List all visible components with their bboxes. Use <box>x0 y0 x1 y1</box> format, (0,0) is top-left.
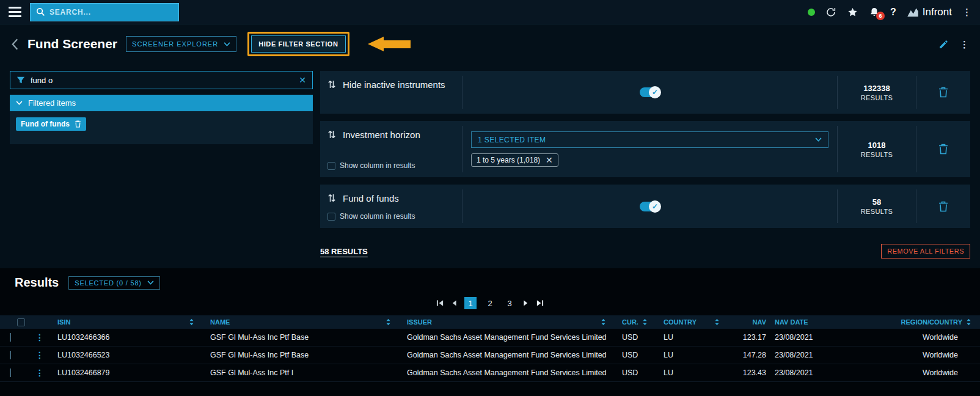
header-overflow-menu-icon[interactable]: ⋮ <box>960 40 969 49</box>
chevron-down-icon <box>815 138 822 142</box>
column-label: ISIN <box>57 318 70 326</box>
sort-icon[interactable] <box>327 193 336 203</box>
table-row[interactable]: ⋮ LU1032466366 GSF Gl Mul-Ass Inc Ptf Ba… <box>0 329 980 346</box>
hamburger-menu-icon[interactable] <box>9 7 21 17</box>
last-page-icon[interactable] <box>536 299 544 307</box>
delete-filter-button[interactable] <box>916 71 970 114</box>
global-search[interactable] <box>30 3 179 21</box>
table-row[interactable]: ⋮ LU1032466523 GSF Gl Mul-Ass Inc Ptf Ba… <box>0 346 980 364</box>
favorites-star-icon[interactable] <box>847 7 858 18</box>
column-label: CUR. <box>622 318 638 326</box>
trash-icon <box>938 201 948 212</box>
table-row[interactable]: ⋮ LU1032466879 GSF Gl Mul-Ass Inc Ptf I … <box>0 364 980 382</box>
screener-explorer-dropdown[interactable]: SCREENER EXPLORER <box>126 36 236 52</box>
column-label: ISSUER <box>407 318 432 326</box>
filter-search-input[interactable] <box>31 76 293 85</box>
cell-nav-date: 23/08/2021 <box>766 333 843 342</box>
hide-filter-section-button[interactable]: HIDE FILTER SECTION <box>251 35 345 53</box>
app-root: 6 ? Infront ⋮ Fund Screener SCREENER EXP… <box>0 0 980 396</box>
sort-icon[interactable] <box>714 318 720 326</box>
sort-icon[interactable] <box>327 130 336 139</box>
column-nav[interactable]: NAV <box>728 318 766 326</box>
trash-icon <box>938 87 948 98</box>
column-cur[interactable]: CUR. <box>615 318 656 326</box>
sort-icon[interactable] <box>642 318 648 326</box>
delete-filter-button[interactable] <box>916 185 970 228</box>
column-isin[interactable]: ISIN <box>50 318 203 326</box>
filter-search[interactable]: ✕ <box>10 71 313 89</box>
column-region-country[interactable]: REGION/COUNTRY <box>843 318 980 326</box>
column-label: NAV DATE <box>775 318 808 326</box>
filter-name: Hide inactive instruments <box>343 79 445 90</box>
clear-search-icon[interactable]: ✕ <box>299 76 306 84</box>
sort-icon[interactable] <box>966 318 971 326</box>
row-checkbox[interactable] <box>10 351 11 359</box>
cell-cur: USD <box>615 333 656 342</box>
remove-chip-icon[interactable]: ✕ <box>546 156 553 164</box>
cell-nav-date: 23/08/2021 <box>766 351 843 359</box>
results-section: Results SELECTED (0 / 58) 1 2 3 <box>0 268 980 396</box>
filter-results-count: 132338 RESULTS <box>838 71 916 114</box>
edit-pencil-icon[interactable] <box>938 39 949 50</box>
help-icon[interactable]: ? <box>890 7 896 18</box>
cell-country: LU <box>656 369 728 377</box>
show-column-checkbox[interactable]: Show column in results <box>327 204 455 221</box>
filtered-items-header[interactable]: Filtered items <box>10 95 313 111</box>
cell-issuer: Goldman Sachs Asset Management Fund Serv… <box>400 351 615 359</box>
next-page-icon[interactable] <box>523 299 528 307</box>
row-checkbox[interactable] <box>10 333 11 342</box>
investment-horizon-dropdown[interactable]: 1 SELECTED ITEM <box>471 131 828 148</box>
cell-issuer: Goldman Sachs Asset Management Fund Serv… <box>400 333 615 342</box>
cell-name: GSF Gl Mul-Ass Inc Ptf Base <box>203 333 400 342</box>
checkbox[interactable] <box>327 213 335 221</box>
sort-icon[interactable] <box>601 318 606 326</box>
hide-inactive-toggle[interactable]: ✓ <box>640 87 660 97</box>
cell-region: Worldwide <box>843 369 980 377</box>
selected-dropdown[interactable]: SELECTED (0 / 58) <box>68 276 160 290</box>
select-all-checkbox[interactable] <box>17 318 25 326</box>
results-label: RESULTS <box>861 94 893 101</box>
results-count: 132338 <box>863 84 890 93</box>
show-column-checkbox[interactable]: Show column in results <box>327 153 455 170</box>
brand-name: Infront <box>923 6 952 18</box>
back-chevron-icon[interactable] <box>11 38 19 51</box>
trash-icon[interactable] <box>75 120 81 128</box>
column-label: NAME <box>210 318 230 326</box>
notifications-bell-icon[interactable]: 6 <box>869 7 880 18</box>
remove-all-filters-button[interactable]: REMOVE ALL FILTERS <box>881 244 970 258</box>
header-actions: ⋮ <box>938 39 969 50</box>
page-button-3[interactable]: 3 <box>503 297 516 309</box>
filtered-items-list: Fund of funds <box>10 111 313 144</box>
row-checkbox[interactable] <box>10 369 11 377</box>
dropdown-value: 1 SELECTED ITEM <box>478 136 546 144</box>
sort-icon[interactable] <box>327 79 336 89</box>
refresh-icon[interactable] <box>825 7 836 18</box>
column-issuer[interactable]: ISSUER <box>400 318 615 326</box>
page-button-1[interactable]: 1 <box>464 297 477 309</box>
selected-value-chip[interactable]: 1 to 5 years (1,018) ✕ <box>471 153 558 167</box>
column-name[interactable]: NAME <box>203 318 400 326</box>
filter-results-count: 58 RESULTS <box>838 185 916 228</box>
global-search-input[interactable] <box>49 8 173 16</box>
sort-icon[interactable] <box>386 318 391 326</box>
cell-cur: USD <box>615 351 656 359</box>
cell-country: LU <box>656 351 728 359</box>
topbar-overflow-menu-icon[interactable]: ⋮ <box>962 7 971 16</box>
first-page-icon[interactable] <box>436 299 444 307</box>
filter-chip-fund-of-funds[interactable]: Fund of funds <box>16 117 86 131</box>
row-menu-icon[interactable]: ⋮ <box>28 368 50 378</box>
row-menu-icon[interactable]: ⋮ <box>28 350 50 360</box>
fund-of-funds-toggle[interactable]: ✓ <box>640 202 660 211</box>
cell-isin: LU1032466523 <box>50 351 203 359</box>
page-button-2[interactable]: 2 <box>484 297 496 309</box>
checkbox[interactable] <box>327 162 335 170</box>
column-nav-date[interactable]: NAV DATE <box>766 318 843 326</box>
page-title: Fund Screener <box>27 37 117 51</box>
delete-filter-button[interactable] <box>916 121 970 177</box>
column-country[interactable]: COUNTRY <box>656 318 728 326</box>
sort-icon[interactable] <box>189 318 194 326</box>
total-results-link[interactable]: 58 RESULTS <box>320 247 368 256</box>
row-menu-icon[interactable]: ⋮ <box>28 332 50 342</box>
prev-page-icon[interactable] <box>452 299 457 307</box>
cell-name: GSF Gl Mul-Ass Inc Ptf Base <box>203 351 400 359</box>
